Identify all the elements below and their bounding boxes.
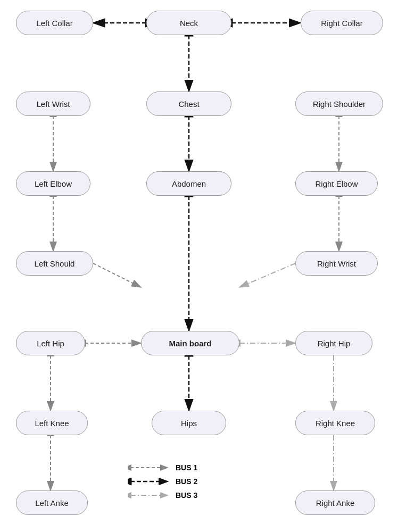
node-right-collar: Right Collar xyxy=(301,11,383,35)
node-left-ankle: Left Anke xyxy=(16,491,88,515)
node-chest: Chest xyxy=(146,92,231,116)
bus1-leftshoulder-mainboard xyxy=(93,263,141,287)
node-right-wrist: Right Wrist xyxy=(295,251,378,276)
legend-bus3: BUS 3 xyxy=(128,491,197,500)
diagram: Neck Left Collar Right Collar Left Wrist… xyxy=(0,0,398,532)
legend-bus2-icon xyxy=(128,477,170,486)
legend: BUS 1 BUS 2 xyxy=(128,463,197,500)
node-right-ankle: Right Anke xyxy=(295,491,375,515)
node-left-hip: Left Hip xyxy=(16,331,85,355)
node-left-collar: Left Collar xyxy=(16,11,93,35)
node-left-elbow: Left Elbow xyxy=(16,171,90,196)
legend-bus1: BUS 1 xyxy=(128,463,197,472)
legend-bus3-icon xyxy=(128,491,170,500)
node-main-board: Main board xyxy=(141,331,239,355)
node-abdomen: Abdomen xyxy=(146,171,231,196)
node-left-shoulder: Left Should xyxy=(16,251,93,276)
node-right-shoulder: Right Shoulder xyxy=(295,92,383,116)
node-hips: Hips xyxy=(152,411,226,435)
node-right-elbow: Right Elbow xyxy=(295,171,378,196)
node-left-knee: Left Knee xyxy=(16,411,88,435)
node-right-knee: Right Knee xyxy=(295,411,375,435)
legend-bus1-icon xyxy=(128,463,170,472)
legend-bus2: BUS 2 xyxy=(128,477,197,486)
bus3-rightwrist-mainboard xyxy=(239,263,295,287)
node-neck: Neck xyxy=(146,11,231,35)
node-right-hip: Right Hip xyxy=(295,331,372,355)
node-left-wrist: Left Wrist xyxy=(16,92,90,116)
